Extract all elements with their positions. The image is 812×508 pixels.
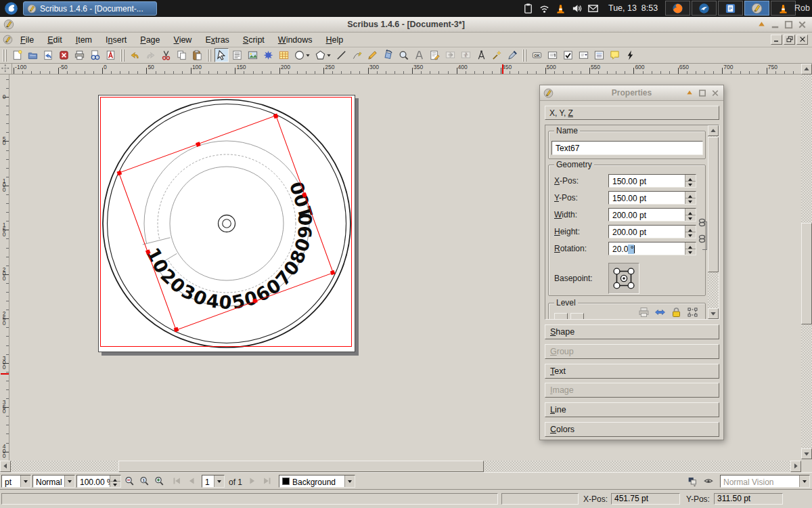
maximize-window-button[interactable] — [783, 19, 794, 30]
current-page-combo-arrow[interactable] — [214, 475, 224, 487]
section-image-button[interactable]: Image — [545, 383, 719, 398]
mail-tray-icon[interactable] — [587, 3, 599, 14]
ruler-origin[interactable] — [0, 64, 12, 75]
open-document-button[interactable] — [26, 48, 40, 62]
menu-page[interactable]: Page — [133, 35, 166, 45]
close-document-button[interactable] — [57, 48, 71, 62]
thunderbird-launcher[interactable] — [692, 1, 717, 16]
zoom-out-button[interactable] — [123, 475, 137, 488]
insert-freehand-line-button[interactable] — [365, 48, 380, 62]
insert-shape-dropdown-arrow[interactable] — [305, 49, 311, 61]
insert-render-frame-button[interactable] — [261, 48, 275, 62]
paste-button[interactable] — [190, 48, 204, 62]
copy-button[interactable] — [175, 48, 189, 62]
pdf-combo-box-button[interactable] — [577, 48, 591, 62]
rotation-spinbox[interactable]: 20.0 ° — [608, 242, 696, 255]
horizontal-scrollbar[interactable] — [0, 461, 801, 472]
scroll-up-button[interactable] — [801, 64, 812, 75]
scroll-down-button[interactable] — [801, 448, 812, 459]
edit-contents-button[interactable] — [412, 48, 426, 62]
zoom-in-button[interactable] — [153, 475, 166, 488]
scroll-right-button[interactable] — [790, 461, 801, 472]
palette-maximize-button[interactable] — [697, 88, 708, 98]
height-spin-buttons[interactable] — [685, 226, 696, 238]
zoom-tool-button[interactable] — [397, 48, 411, 62]
vision-combo-arrow[interactable] — [799, 475, 809, 487]
mdi-system-menu-icon[interactable] — [3, 35, 13, 45]
edit-text-story-editor-button[interactable] — [428, 48, 442, 62]
minimize-window-button[interactable] — [769, 19, 781, 30]
mdi-close-button[interactable] — [796, 35, 808, 45]
toggle-images-button[interactable] — [686, 475, 700, 488]
documents-launcher[interactable] — [718, 1, 743, 16]
lock-size-toggle[interactable] — [686, 306, 699, 318]
toolbar-separator[interactable] — [3, 49, 7, 62]
previous-page-button[interactable] — [185, 475, 199, 488]
ypos-spin-buttons[interactable] — [685, 192, 696, 204]
rotate-item-button[interactable] — [381, 48, 395, 62]
section-group-button[interactable]: Group — [545, 344, 719, 359]
palette-scroll-thumb[interactable] — [708, 137, 719, 272]
pdf-text-annotation-button[interactable] — [608, 48, 622, 62]
preview-mode-button[interactable] — [702, 475, 716, 488]
xpos-spin-buttons[interactable] — [685, 175, 696, 187]
next-page-button[interactable] — [246, 475, 260, 488]
section-text-button[interactable]: Text — [545, 364, 719, 379]
insert-bezier-curve-button[interactable] — [350, 48, 364, 62]
tab-xyz[interactable]: X, Y, Z — [545, 106, 719, 120]
print-document-button[interactable] — [72, 48, 87, 62]
rotation-spin-buttons[interactable] — [685, 242, 696, 255]
vlc-launcher[interactable] — [771, 1, 796, 16]
first-page-button[interactable] — [171, 475, 184, 488]
measurements-button[interactable] — [474, 48, 489, 62]
preflight-verifier-button[interactable] — [88, 48, 102, 62]
palette-shade-button[interactable] — [684, 88, 695, 98]
menu-file[interactable]: File — [14, 35, 41, 45]
mdi-minimize-button[interactable] — [771, 35, 782, 45]
toolbar-separator[interactable] — [207, 49, 212, 62]
selection-handle-n[interactable] — [196, 142, 201, 147]
redo-button[interactable] — [143, 48, 158, 62]
mdi-restore-button[interactable] — [784, 35, 795, 45]
vertical-scroll-thumb[interactable] — [801, 223, 812, 324]
close-window-button[interactable] — [796, 19, 808, 30]
save-document-button[interactable] — [41, 48, 55, 62]
layer-combo-arrow[interactable] — [344, 475, 355, 487]
pdf-check-box-button[interactable] — [561, 48, 575, 62]
unit-combo[interactable]: pt — [1, 475, 31, 488]
pdf-push-button-button[interactable]: OK — [530, 48, 544, 62]
scribus-launcher[interactable] — [744, 1, 769, 16]
name-input[interactable]: Text67 — [551, 141, 703, 155]
menu-insert[interactable]: Insert — [99, 35, 133, 45]
menu-help[interactable]: Help — [319, 35, 351, 45]
section-shape-button[interactable]: Shape — [545, 324, 719, 339]
lock-object-toggle[interactable] — [670, 306, 683, 318]
vision-combo[interactable]: Normal Vision — [720, 475, 810, 488]
taskbar-window-button[interactable]: Scribus 1.4.6 - [Document-... — [23, 1, 157, 16]
zoom-level-spinbox[interactable]: 100.00 % — [76, 475, 121, 488]
insert-shape-button[interactable] — [292, 48, 312, 62]
clipboard-tray-icon[interactable] — [522, 3, 534, 14]
current-page-combo[interactable]: 1 — [202, 475, 225, 488]
clock[interactable]: Tue, 13 8:53 — [608, 0, 658, 17]
undo-button[interactable] — [128, 48, 142, 62]
select-item-button[interactable] — [215, 48, 229, 62]
menu-extras[interactable]: Extras — [198, 35, 235, 45]
palette-scrollbar[interactable] — [708, 125, 719, 319]
vlc-tray-icon[interactable] — [555, 3, 566, 14]
insert-text-frame-button[interactable] — [230, 48, 244, 62]
insert-table-button[interactable] — [277, 48, 291, 62]
printing-enabled-toggle[interactable] — [637, 306, 650, 318]
selection-handle-nw[interactable] — [117, 171, 122, 176]
firefox-launcher[interactable] — [665, 1, 690, 16]
insert-polygon-dropdown-arrow[interactable] — [326, 49, 332, 61]
zoom-spin-buttons[interactable] — [110, 475, 120, 487]
basepoint-selector[interactable] — [608, 263, 639, 294]
menu-edit[interactable]: Edit — [41, 35, 69, 45]
menu-windows[interactable]: Windows — [271, 35, 319, 45]
pdf-link-annotation-button[interactable] — [623, 48, 637, 62]
copy-item-properties-button[interactable] — [490, 48, 504, 62]
flip-horizontal-toggle[interactable] — [654, 306, 667, 318]
xpos-spinbox[interactable]: 150.00 pt — [608, 174, 696, 188]
insert-line-button[interactable] — [334, 48, 348, 62]
